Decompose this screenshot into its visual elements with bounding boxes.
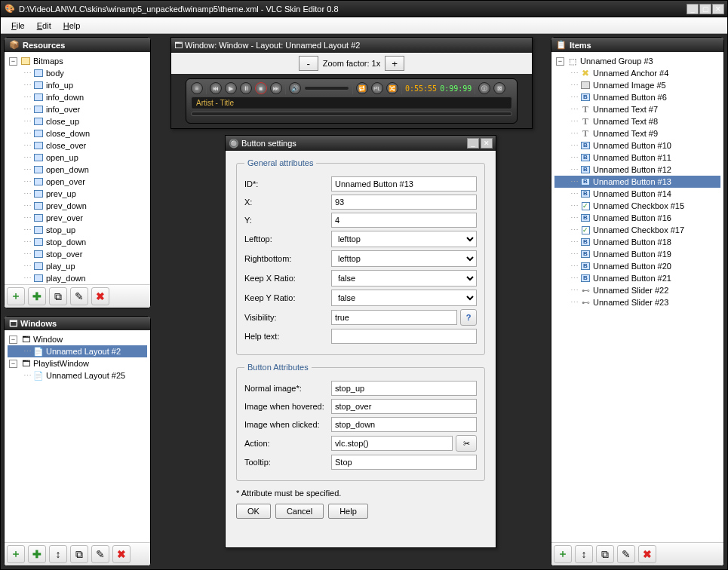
tree-node-bitmap[interactable]: ⋯info_over xyxy=(8,103,147,115)
player-shuffle-icon[interactable]: 🔀 xyxy=(386,82,398,94)
collapse-icon[interactable]: − xyxy=(556,57,564,66)
tree-node-bitmap[interactable]: ⋯prev_over xyxy=(8,212,147,224)
tree-node-bitmap[interactable]: ⋯prev_up xyxy=(8,188,147,200)
settings-close-button[interactable]: ✕ xyxy=(481,138,493,149)
tree-node-item[interactable]: ⋯TUnnamed Text #8 xyxy=(554,115,720,127)
tree-node-window[interactable]: −🗔Window xyxy=(8,333,147,345)
tree-node-item[interactable]: ⋯Unnamed Image #5 xyxy=(554,79,720,91)
collapse-icon[interactable]: − xyxy=(9,336,17,344)
tree-node-bitmap[interactable]: ⋯play_up xyxy=(8,260,147,272)
minimize-button[interactable]: _ xyxy=(687,4,699,14)
menu-file[interactable]: File xyxy=(5,20,31,32)
tree-node-item[interactable]: ⋯BUnnamed Button #6 xyxy=(554,91,720,103)
tree-node-bitmap[interactable]: ⋯open_over xyxy=(8,176,147,188)
add-resource-button[interactable]: ＋ xyxy=(7,287,25,305)
zoom-in-button[interactable]: + xyxy=(385,56,404,71)
delete-window-button[interactable]: ✖ xyxy=(112,545,131,563)
help-button[interactable]: Help xyxy=(328,504,368,519)
items-body[interactable]: −⬚Unnamed Group #3⋯✖Unnamed Anchor #4⋯Un… xyxy=(551,52,723,542)
player-vol-icon[interactable]: 🔊 xyxy=(289,82,301,94)
delete-item-button[interactable]: ✖ xyxy=(638,545,656,563)
tree-node-bitmaps[interactable]: −Bitmaps xyxy=(8,55,147,67)
tree-node-item[interactable]: ⋯BUnnamed Button #20 xyxy=(554,260,720,272)
id-input[interactable] xyxy=(331,176,477,192)
y-input[interactable] xyxy=(331,213,477,228)
zoom-out-button[interactable]: - xyxy=(299,56,318,71)
add-item-button[interactable]: ＋ xyxy=(554,545,572,563)
preview-window[interactable]: 🗔 Window: Window - Layout: Unnamed Layou… xyxy=(170,37,533,129)
add-window-button[interactable]: ＋ xyxy=(7,545,25,563)
player-seek-slider[interactable] xyxy=(191,112,512,116)
edit-item-button[interactable]: ✎ xyxy=(617,545,635,563)
add-layout-button[interactable]: ✚ xyxy=(28,545,46,563)
tree-node-bitmap[interactable]: ⋯open_up xyxy=(8,152,147,164)
player-pause-icon[interactable]: ⏸ xyxy=(240,82,252,94)
tree-node-window[interactable]: −🗔PlaylistWindow xyxy=(8,357,147,369)
player-prev-icon[interactable]: ⏮ xyxy=(210,82,222,94)
player-vol-slider[interactable] xyxy=(304,86,349,90)
normalimg-input[interactable] xyxy=(331,381,477,396)
tree-node-bitmap[interactable]: ⋯close_over xyxy=(8,139,147,152)
tree-node-item[interactable]: ⋯BUnnamed Button #18 xyxy=(554,236,720,248)
player-plist-icon[interactable]: PL xyxy=(371,82,383,94)
copy-resource-button[interactable]: ⧉ xyxy=(49,287,67,305)
copy-item-button[interactable]: ⧉ xyxy=(596,545,614,563)
tree-node-layout[interactable]: ⋯📄Unnamed Layout #25 xyxy=(8,369,147,382)
edit-resource-button[interactable]: ✎ xyxy=(70,287,88,305)
tree-node-bitmap[interactable]: ⋯stop_up xyxy=(8,224,147,236)
hoverimg-input[interactable] xyxy=(331,399,477,414)
rightbottom-select[interactable]: lefttop xyxy=(331,250,477,267)
tree-node-bitmap[interactable]: ⋯prev_down xyxy=(8,200,147,212)
windows-body[interactable]: −🗔Window⋯📄Unnamed Layout #2−🗔PlaylistWin… xyxy=(5,330,150,542)
tree-node-item[interactable]: ⋯BUnnamed Button #10 xyxy=(554,139,720,152)
tree-node-item[interactable]: ⋯BUnnamed Button #13 xyxy=(554,176,720,188)
action-input[interactable] xyxy=(331,436,453,451)
keepx-select[interactable]: false xyxy=(331,270,477,287)
tree-node-item[interactable]: ⋯TUnnamed Text #7 xyxy=(554,103,720,115)
settings-min-button[interactable]: _ xyxy=(467,138,479,149)
maximize-button[interactable]: ▢ xyxy=(699,4,711,14)
tree-node-group[interactable]: −⬚Unnamed Group #3 xyxy=(554,55,720,67)
helptext-input[interactable] xyxy=(331,329,477,344)
collapse-icon[interactable]: − xyxy=(9,57,17,66)
player-next-icon[interactable]: ⏭ xyxy=(270,82,282,94)
tree-node-bitmap[interactable]: ⋯stop_down xyxy=(8,236,147,248)
tree-node-item[interactable]: ⋯✓Unnamed Checkbox #15 xyxy=(554,200,720,212)
copy-window-button[interactable]: ⧉ xyxy=(70,545,88,563)
player-stop-icon[interactable]: ■ xyxy=(255,82,267,94)
tree-node-bitmap[interactable]: ⋯info_up xyxy=(8,79,147,91)
menu-help[interactable]: Help xyxy=(57,20,87,32)
edit-window-button[interactable]: ✎ xyxy=(91,545,109,563)
tree-node-item[interactable]: ⋯TUnnamed Text #9 xyxy=(554,127,720,139)
add-resource-sub-button[interactable]: ✚ xyxy=(28,287,46,305)
player-repeat-icon[interactable]: 🔁 xyxy=(356,82,368,94)
tree-node-item[interactable]: ⋯BUnnamed Button #19 xyxy=(554,248,720,260)
player-info-icon[interactable]: ⓘ xyxy=(478,82,490,94)
tree-node-bitmap[interactable]: ⋯close_down xyxy=(8,127,147,139)
move-item-button[interactable]: ↕ xyxy=(575,545,593,563)
tree-node-item[interactable]: ⋯✖Unnamed Anchor #4 xyxy=(554,67,720,79)
clickimg-input[interactable] xyxy=(331,417,477,432)
player-play-icon[interactable]: ▶ xyxy=(225,82,237,94)
tree-node-bitmap[interactable]: ⋯close_up xyxy=(8,115,147,127)
tree-node-item[interactable]: ⋯⊷Unnamed Slider #23 xyxy=(554,296,720,308)
preview-titlebar[interactable]: 🗔 Window: Window - Layout: Unnamed Layou… xyxy=(171,38,532,53)
tree-node-item[interactable]: ⋯BUnnamed Button #12 xyxy=(554,164,720,176)
visibility-help-button[interactable]: ? xyxy=(460,309,477,326)
items-header[interactable]: 📋 Items xyxy=(551,38,723,52)
lefttop-select[interactable]: lefttop xyxy=(331,231,477,247)
player-menu-icon[interactable]: ≡ xyxy=(191,82,203,94)
keepy-select[interactable]: false xyxy=(331,290,477,306)
tree-node-bitmap[interactable]: ⋯info_down xyxy=(8,91,147,103)
action-picker-button[interactable]: ✂ xyxy=(456,435,477,452)
resources-body[interactable]: −Bitmaps⋯body⋯info_up⋯info_down⋯info_ove… xyxy=(5,52,150,284)
tree-node-item[interactable]: ⋯⊷Unnamed Slider #22 xyxy=(554,284,720,296)
delete-resource-button[interactable]: ✖ xyxy=(91,287,109,305)
cancel-button[interactable]: Cancel xyxy=(275,504,324,519)
tree-node-item[interactable]: ⋯BUnnamed Button #14 xyxy=(554,188,720,200)
tree-node-item[interactable]: ⋯✓Unnamed Checkbox #17 xyxy=(554,224,720,236)
tree-node-bitmap[interactable]: ⋯body xyxy=(8,67,147,79)
tree-node-item[interactable]: ⋯BUnnamed Button #21 xyxy=(554,272,720,284)
settings-window[interactable]: 🔘 Button settings _ ✕ General attributes… xyxy=(225,135,496,548)
visibility-input[interactable] xyxy=(331,310,457,325)
